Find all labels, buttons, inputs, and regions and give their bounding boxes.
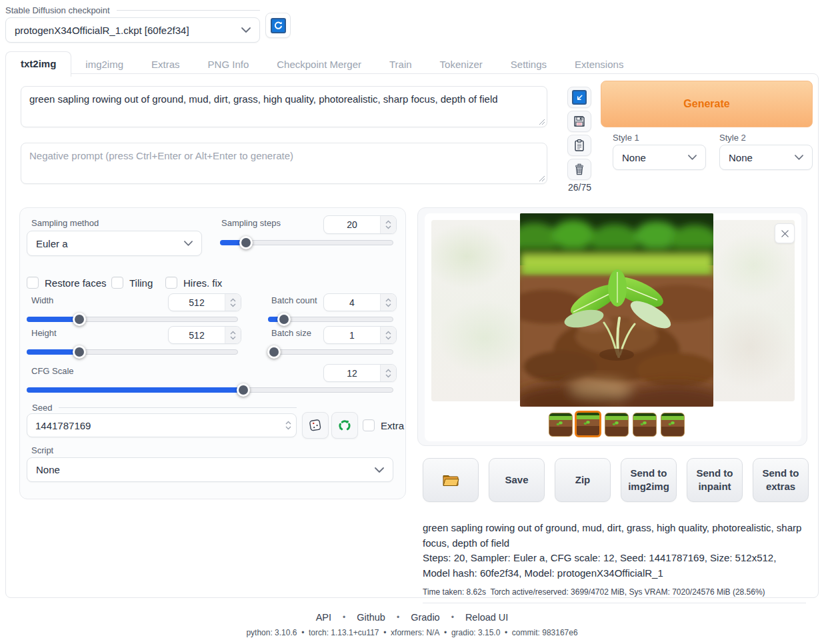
random-seed-button[interactable] <box>302 412 329 439</box>
gallery-viewport <box>425 213 801 441</box>
floppy-disk-icon <box>573 115 586 128</box>
gallery-thumbnail-3[interactable] <box>605 413 629 437</box>
generation-info-prompt: green sapling rowing out of ground, mud,… <box>423 521 806 551</box>
stable-diffusion-webui: Stable Diffusion checkpoint protogenX34O… <box>0 0 824 644</box>
footer-link-api[interactable]: API <box>316 612 331 623</box>
generate-button[interactable]: Generate <box>601 81 813 127</box>
label-rule <box>117 10 260 11</box>
tiling-label: Tiling <box>129 277 153 289</box>
chevron-down-icon <box>285 426 291 430</box>
negative-prompt-input[interactable] <box>21 143 547 183</box>
checkpoint-dropdown[interactable]: protogenX34OfficialR_1.ckpt [60fe2f34] <box>5 17 260 43</box>
save-button[interactable]: Save <box>489 458 545 502</box>
script-label: Script <box>31 445 53 455</box>
chevron-down-icon <box>375 467 384 473</box>
gallery-thumbnail-1[interactable] <box>549 413 573 437</box>
gallery-adjacent-image-left <box>431 220 520 401</box>
sampling-method-dropdown[interactable]: Euler a <box>27 231 202 256</box>
clear-prompt-button[interactable] <box>567 159 591 180</box>
stepper-buttons[interactable] <box>380 216 396 233</box>
clipboard-icon <box>573 139 586 152</box>
stepper-buttons[interactable] <box>380 327 396 343</box>
tab-tokenizer[interactable]: Tokenizer <box>426 53 497 76</box>
footer-link-reload-ui[interactable]: Reload UI <box>465 612 508 623</box>
apply-style-button[interactable] <box>567 135 591 156</box>
chevron-down-icon <box>385 303 391 307</box>
open-output-folder-button[interactable] <box>423 458 479 502</box>
send-to-inpaint-button[interactable]: Send to inpaint <box>687 458 743 502</box>
stepper-buttons[interactable] <box>225 294 241 311</box>
tab-extensions[interactable]: Extensions <box>561 53 637 76</box>
stepper-buttons[interactable] <box>280 414 296 437</box>
width-field <box>168 293 241 311</box>
style2-dropdown[interactable]: None <box>719 145 813 170</box>
cfg-scale-input[interactable] <box>324 365 380 381</box>
gallery-thumbnail-2-selected[interactable] <box>575 411 601 437</box>
stepper-buttons[interactable] <box>380 365 396 381</box>
chevron-down-icon <box>688 155 697 160</box>
hires-fix-option: Hires. fix <box>165 277 222 289</box>
seed-input[interactable] <box>27 414 280 437</box>
footer-link-gradio[interactable]: Gradio <box>411 612 440 623</box>
refresh-checkpoint-button[interactable] <box>265 13 291 38</box>
generated-image[interactable] <box>520 213 713 407</box>
sampling-method-value: Euler a <box>36 238 68 249</box>
refresh-icon <box>271 18 286 33</box>
hires-fix-checkbox[interactable] <box>165 277 177 289</box>
paste-generation-params-button[interactable] <box>567 87 591 108</box>
tab-extras[interactable]: Extras <box>137 53 194 76</box>
width-slider[interactable] <box>27 313 238 326</box>
height-field <box>168 326 241 344</box>
save-style-button[interactable] <box>567 111 591 132</box>
restore-faces-checkbox[interactable] <box>27 277 39 289</box>
gallery-thumbnail-5[interactable] <box>661 413 685 437</box>
main-tabs: txt2img img2img Extras PNG Info Checkpoi… <box>5 51 637 76</box>
gallery-thumbnail-4[interactable] <box>633 413 657 437</box>
restore-faces-option: Restore faces <box>27 277 107 289</box>
tab-train[interactable]: Train <box>375 53 426 76</box>
script-dropdown[interactable]: None <box>27 457 393 482</box>
sampling-method-label: Sampling method <box>31 218 99 228</box>
tab-txt2img[interactable]: txt2img <box>5 51 71 77</box>
width-input[interactable] <box>169 294 225 311</box>
chevron-up-icon <box>285 421 291 425</box>
batch-count-input[interactable] <box>324 294 380 311</box>
stepper-buttons[interactable] <box>225 327 241 343</box>
prompt-input[interactable]: green sapling rowing out of ground, mud,… <box>21 87 547 127</box>
reuse-seed-button[interactable] <box>331 412 358 439</box>
cfg-scale-slider[interactable] <box>27 383 393 397</box>
extra-seed-option: Extra <box>363 419 404 431</box>
send-to-extras-button[interactable]: Send to extras <box>753 458 809 502</box>
sampling-steps-input[interactable] <box>324 216 380 233</box>
folder-icon <box>442 473 459 487</box>
zip-button[interactable]: Zip <box>555 458 611 502</box>
style1-dropdown[interactable]: None <box>613 145 706 170</box>
hires-fix-label: Hires. fix <box>183 277 222 289</box>
tab-img2img[interactable]: img2img <box>71 53 137 76</box>
height-slider[interactable] <box>27 345 238 359</box>
close-gallery-button[interactable] <box>775 223 795 243</box>
chevron-down-icon <box>385 374 391 378</box>
extra-seed-checkbox[interactable] <box>363 419 375 431</box>
footer-separator: • <box>397 613 399 622</box>
batch-size-slider[interactable] <box>268 345 393 359</box>
tab-settings[interactable]: Settings <box>497 53 561 76</box>
height-input[interactable] <box>169 327 225 343</box>
footer-link-github[interactable]: Github <box>357 612 385 623</box>
tiling-checkbox[interactable] <box>111 277 123 289</box>
batch-size-input[interactable] <box>324 327 380 343</box>
send-to-img2img-button[interactable]: Send to img2img <box>621 458 677 502</box>
batch-count-slider[interactable] <box>268 313 393 326</box>
restore-faces-label: Restore faces <box>45 277 107 289</box>
stepper-buttons[interactable] <box>380 294 396 311</box>
sampling-steps-field <box>323 215 397 234</box>
chevron-down-icon <box>385 336 391 340</box>
txt2img-panel: green sapling rowing out of ground, mud,… <box>5 73 819 598</box>
chevron-up-icon <box>385 298 391 302</box>
token-counter: 26/75 <box>568 182 591 193</box>
tab-png-info[interactable]: PNG Info <box>194 53 263 76</box>
tab-checkpoint-merger[interactable]: Checkpoint Merger <box>263 53 375 76</box>
generation-settings-panel: Sampling method Euler a Sampling steps R… <box>19 207 406 499</box>
tiling-option: Tiling <box>111 277 153 289</box>
sampling-steps-slider[interactable] <box>220 236 393 249</box>
